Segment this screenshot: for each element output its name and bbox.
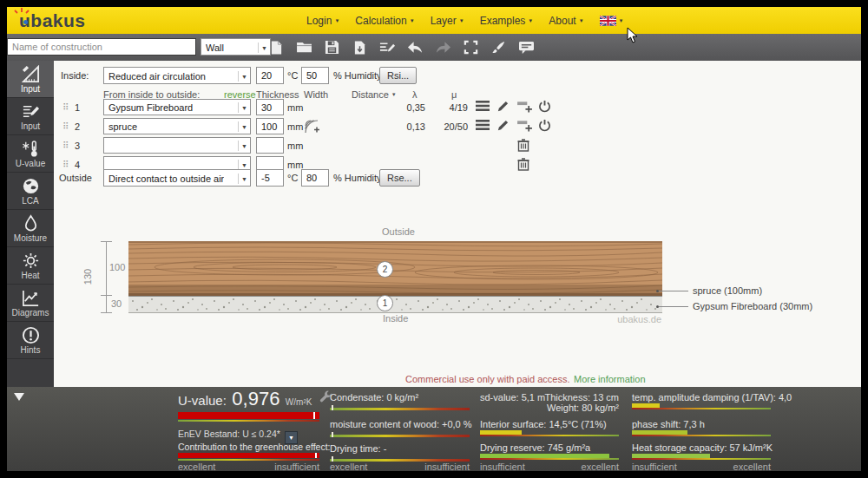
logo-droplet-icon — [23, 20, 28, 24]
layer-1-mu: 4/19 — [431, 102, 468, 113]
fullscreen-icon[interactable] — [463, 39, 479, 56]
chevron-down-icon: ▼ — [238, 174, 248, 184]
uk-flag-icon — [600, 16, 616, 26]
menu-layer[interactable]: Layer▼ — [431, 15, 464, 27]
results-panel: U-value: 0,976 W/m²K EnEV Bestand: U ≤ 0… — [7, 387, 861, 471]
chart-icon — [22, 289, 40, 307]
wood-moisture-label: moisture content of wood: +0,0 % — [330, 419, 472, 429]
construction-type-select[interactable]: Wall ▼ — [201, 38, 271, 56]
outside-humidity-input[interactable] — [301, 169, 329, 187]
layer-1-marker[interactable]: 1 — [377, 295, 393, 311]
paint-brush-icon[interactable] — [490, 39, 507, 56]
layer-1-material-select[interactable]: Gypsum Fibreboard ▼ — [103, 99, 251, 115]
drag-handle-icon[interactable]: ⠿ — [62, 121, 69, 131]
layer-2-marker[interactable]: 2 — [377, 261, 393, 278]
layer-3-trash-icon[interactable] — [517, 138, 533, 154]
distance-header[interactable]: Distance▼ — [352, 89, 397, 100]
app-logo[interactable]: ubakus — [19, 10, 86, 31]
greenhouse-scale-strip — [178, 459, 319, 461]
sidebar-item-input-graphic[interactable]: Input — [7, 61, 54, 98]
greenhouse-label: Contribution to the greenhouse effect: — [178, 442, 331, 452]
inside-condition-select[interactable]: Reduced air circulation ▼ — [103, 67, 251, 84]
wood-grain-icon[interactable] — [304, 119, 319, 134]
scale-left: insufficient — [632, 462, 677, 472]
layer-1-thickness-input[interactable] — [256, 99, 284, 115]
layer-2-insert-layer-icon[interactable] — [517, 119, 533, 134]
more-information-link[interactable]: More information — [574, 374, 646, 384]
collapse-panel-button[interactable] — [14, 393, 24, 401]
drag-handle-icon[interactable]: ⠿ — [62, 141, 69, 150]
greenhouse-bar — [178, 453, 319, 458]
sidebar-item-u-value[interactable]: U-value — [7, 135, 54, 173]
thickness-total-label: Thickness: 13 cm — [544, 392, 619, 403]
dimension-tick — [101, 312, 112, 313]
layer-3-thickness-input[interactable] — [256, 137, 284, 154]
layer-2-power-toggle-icon[interactable] — [538, 119, 554, 134]
layer-1-power-toggle-icon[interactable] — [538, 100, 554, 115]
rse-button[interactable]: Rse... — [379, 169, 420, 187]
layer-spruce-graphic[interactable] — [128, 241, 662, 299]
mouse-cursor — [627, 27, 639, 44]
layer-3-material-select[interactable]: ▼ — [103, 137, 251, 154]
layer-2-thickness-input[interactable] — [256, 118, 284, 134]
sidebar-item-moisture[interactable]: Moisture — [7, 210, 54, 247]
edit-report-icon[interactable] — [379, 39, 396, 56]
drag-handle-icon[interactable]: ⠿ — [62, 160, 69, 169]
menu-calculation[interactable]: Calculation▼ — [355, 15, 414, 27]
unit-label: mm — [287, 121, 303, 132]
drag-handle-icon[interactable]: ⠿ — [62, 102, 69, 112]
sidebar-item-hints[interactable]: Hints — [7, 322, 54, 359]
undo-icon[interactable] — [407, 39, 424, 56]
heat-storage-label: Heat storage capacity: 57 kJ/m²K — [632, 442, 773, 453]
u-value-number: 0,976 — [232, 388, 279, 409]
layer-1-menu-icon[interactable] — [476, 100, 491, 115]
layer-2-edit-pencil-icon[interactable] — [496, 119, 512, 134]
inside-temperature-input[interactable] — [256, 67, 284, 84]
logo-sparkle-icon — [14, 7, 30, 18]
menu-examples[interactable]: Examples▼ — [480, 15, 534, 27]
drafting-triangle-icon — [22, 65, 40, 83]
layer-1-edit-pencil-icon[interactable] — [496, 100, 512, 115]
outside-condition-select[interactable]: Direct contact to outside air ▼ — [103, 169, 251, 187]
rsi-button[interactable]: Rsi... — [379, 67, 417, 84]
layer-2-mu: 20/50 — [431, 121, 468, 132]
unit-label: mm — [287, 102, 303, 113]
chevron-down-icon: ▼ — [391, 92, 397, 97]
interior-surface-label: Interior surface: 14,5°C (71%) — [480, 419, 607, 429]
chevron-down-icon: ▼ — [238, 141, 248, 151]
layer-2-material-select[interactable]: spruce ▼ — [103, 118, 251, 134]
top-header-bar: ubakus Login▼ Calculation▼ Layer▼ Exampl… — [7, 7, 861, 34]
layer-2-menu-icon[interactable] — [476, 119, 491, 134]
sidebar-item-diagrams[interactable]: Diagrams — [7, 285, 54, 322]
heat-storage-bar — [632, 454, 771, 460]
condensate-label: Condensate: 0 kg/m² — [330, 392, 418, 403]
unit-label: mm — [287, 141, 303, 151]
feedback-icon[interactable] — [518, 39, 535, 56]
condensate-column: Condensate: 0 kg/m² moisture content of … — [330, 387, 470, 471]
condensate-gauge — [330, 405, 470, 410]
layer-1-insert-layer-icon[interactable] — [517, 100, 533, 115]
save-icon[interactable] — [324, 39, 340, 56]
menu-login[interactable]: Login▼ — [306, 15, 339, 27]
sidebar-item-lca[interactable]: LCA — [7, 173, 54, 210]
inside-humidity-input[interactable] — [301, 67, 329, 84]
layer-4-trash-icon[interactable] — [517, 157, 533, 173]
new-document-icon[interactable] — [268, 39, 285, 56]
construction-name-input[interactable] — [7, 38, 196, 56]
menu-about[interactable]: About▼ — [549, 15, 583, 27]
scale-left: excellent — [330, 462, 367, 472]
export-pdf-icon[interactable] — [352, 39, 368, 56]
sidebar-item-heat[interactable]: Heat — [7, 247, 54, 285]
phase-shift-label: phase shift: 7,3 h — [632, 419, 705, 429]
dimension-tick — [101, 295, 112, 296]
u-value-bar — [178, 412, 319, 419]
sidebar-item-input-table[interactable]: Input — [7, 98, 54, 135]
open-file-icon[interactable] — [296, 39, 312, 56]
inside-humidity-label: % Humidity — [333, 70, 382, 81]
language-menu[interactable]: ▼ — [600, 15, 624, 27]
chevron-down-icon: ▼ — [238, 121, 248, 132]
outside-temperature-input[interactable] — [256, 169, 284, 187]
chevron-down-icon: ▼ — [334, 18, 339, 23]
callout-spruce: spruce (100mm) — [693, 285, 762, 296]
redo-icon[interactable] — [435, 39, 451, 56]
